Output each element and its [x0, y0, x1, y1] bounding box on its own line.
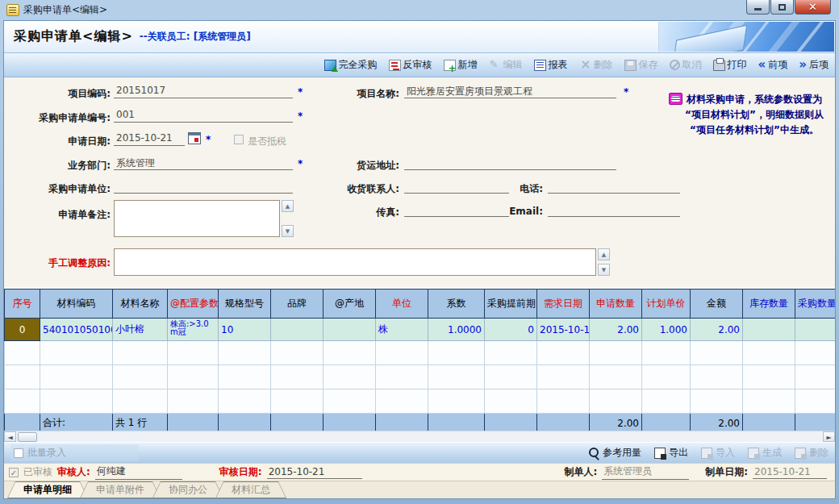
contact-field[interactable] — [404, 180, 509, 194]
remark-textarea[interactable] — [114, 200, 280, 237]
col-header-origin[interactable]: @产地 — [323, 289, 376, 319]
cell-stock-qty[interactable] — [743, 319, 795, 341]
row-index-cell[interactable]: 0 — [5, 319, 40, 341]
contact-label: 收货联系人: — [319, 182, 399, 196]
hint-line: 材料采购申请，系统参数设置为 — [687, 94, 822, 105]
export-button[interactable]: 导出 — [654, 446, 688, 460]
auditor-field[interactable]: 何纯建 — [95, 464, 182, 480]
required-mark: * — [298, 86, 303, 98]
unapprove-button[interactable]: 反审核 — [389, 58, 432, 72]
cell-purchase-qty[interactable] — [795, 319, 836, 341]
col-header-config-params[interactable]: @配置参数 — [168, 289, 219, 319]
window-title: 采购申请单<编辑> — [23, 3, 107, 17]
col-header-stock-qty[interactable]: 库存数量 — [743, 289, 795, 319]
phone-field[interactable] — [548, 180, 680, 194]
col-header-plan-price[interactable]: 计划单价 — [642, 289, 691, 319]
save-button[interactable]: 保存 — [624, 58, 658, 72]
next-item-button[interactable]: »后项 — [799, 58, 829, 72]
full-purchase-button[interactable]: 完全采购 — [324, 58, 378, 72]
cell-config-params[interactable]: 株高:>3.0m冠 — [168, 319, 219, 341]
tax-checkbox[interactable] — [234, 135, 244, 144]
approved-checkbox[interactable]: ✓ — [9, 468, 19, 477]
search-icon — [589, 448, 599, 458]
page-header: 采购申请单<编辑> --关联员工: [系统管理员] — [4, 21, 835, 53]
app-window: 采购申请单<编辑> ✕ 采购申请单<编辑> --关联员工: [系统管理员] 完全… — [0, 0, 839, 504]
cell-origin[interactable] — [323, 319, 376, 341]
scroll-down-icon[interactable]: ▼ — [282, 225, 294, 237]
cell-material-code[interactable]: 540101050100007 — [40, 319, 113, 341]
scroll-right-icon[interactable]: ► — [823, 431, 835, 442]
edit-button[interactable]: 编辑 — [489, 58, 523, 72]
approved-label: 已审核 — [23, 465, 52, 479]
col-header-demand-date[interactable]: 需求日期 — [537, 289, 590, 319]
cell-amount[interactable]: 2.00 — [691, 319, 743, 341]
scroll-down-icon[interactable]: ▼ — [598, 264, 610, 276]
col-header-material-code[interactable]: 材料编码 — [40, 289, 113, 319]
col-header-request-qty[interactable]: 申请数量 — [590, 289, 642, 319]
col-header-lead-time[interactable]: 采购提前期 — [485, 289, 537, 319]
col-header-material-name[interactable]: 材料名称 — [113, 289, 168, 319]
col-header-coefficient[interactable]: 系数 — [428, 289, 485, 319]
creator-field[interactable]: 系统管理员 — [602, 464, 689, 480]
print-button[interactable]: 打印 — [713, 58, 747, 72]
generate-button[interactable]: 生成 — [748, 446, 782, 460]
tab-request-attachments[interactable]: 申请单附件 — [80, 481, 161, 498]
batch-entry-control: 批量录入 — [10, 444, 139, 461]
batch-entry-checkbox[interactable] — [14, 448, 23, 458]
request-org-field[interactable] — [114, 180, 293, 194]
previous-item-button[interactable]: «前项 — [758, 58, 788, 72]
cancel-button[interactable]: 取消 — [670, 58, 702, 72]
shipping-address-field[interactable] — [404, 156, 616, 170]
project-name-field[interactable]: 阳光雅居安置房项目景观工程 — [404, 85, 616, 98]
cell-demand-date[interactable]: 2015-10-19 — [537, 319, 590, 341]
materials-grid: 序号 材料编码 材料名称 @配置参数 规格型号 品牌 @产地 单位 系数 采购提… — [4, 287, 835, 431]
col-header-unit[interactable]: 单位 — [376, 289, 428, 319]
request-no-field[interactable]: 001 — [114, 109, 293, 123]
col-header-spec-model[interactable]: 规格型号 — [219, 289, 271, 319]
col-header-brand[interactable]: 品牌 — [271, 289, 323, 319]
scroll-up-icon[interactable]: ▲ — [598, 248, 610, 260]
manual-reason-scrollbar[interactable]: ▲▼ — [598, 248, 610, 276]
maximize-button[interactable] — [770, 0, 794, 15]
project-code-field[interactable]: 20151017 — [114, 85, 293, 98]
close-button[interactable]: ✕ — [795, 0, 831, 15]
fax-field[interactable] — [404, 203, 509, 217]
col-header-purchase-qty[interactable]: 采购数量 — [795, 289, 836, 319]
minimize-button[interactable] — [746, 0, 770, 15]
delete-rows-button[interactable]: 删除 — [795, 446, 829, 460]
tab-collaboration[interactable]: 协同办公 — [152, 481, 223, 498]
scrollbar-thumb[interactable] — [18, 432, 37, 442]
cell-coefficient[interactable]: 1.0000 — [428, 319, 485, 341]
add-button[interactable]: 新增 — [444, 58, 478, 72]
tab-material-summary[interactable]: 材料汇总 — [215, 481, 286, 498]
calendar-icon[interactable] — [188, 132, 201, 144]
remark-scrollbar[interactable]: ▲▼ — [282, 200, 294, 237]
col-header-amount[interactable]: 金额 — [691, 289, 743, 319]
cell-spec-model[interactable]: 10 — [219, 319, 271, 341]
cell-plan-price[interactable]: 1.000 — [642, 319, 691, 341]
business-dept-field[interactable]: 系统管理 — [114, 156, 293, 170]
reference-usage-button[interactable]: 参考用量 — [589, 446, 641, 460]
cell-lead-time[interactable]: 0 — [485, 319, 537, 341]
cell-request-qty[interactable]: 2.00 — [590, 319, 642, 341]
manual-reason-textarea[interactable] — [114, 248, 596, 276]
cell-brand[interactable] — [271, 319, 323, 341]
grid-footer-row: 合计: 共 1 行 2.00 2.00 — [5, 414, 836, 431]
col-header-index[interactable]: 序号 — [5, 289, 40, 319]
close-icon: ✕ — [808, 1, 817, 13]
report-button[interactable]: 报表 — [534, 58, 568, 72]
delete-button[interactable]: 删除 — [579, 58, 613, 72]
email-field[interactable] — [548, 203, 680, 217]
cell-unit[interactable]: 株 — [376, 319, 428, 341]
audit-date-field[interactable]: 2015-10-21 — [267, 466, 362, 479]
create-date-field[interactable]: 2015-10-21 — [753, 466, 827, 479]
scroll-up-icon[interactable]: ▲ — [282, 200, 294, 212]
import-button[interactable]: 导入 — [701, 446, 735, 460]
scroll-left-icon[interactable]: ◄ — [4, 431, 16, 442]
titlebar: 采购申请单<编辑> ✕ — [3, 0, 836, 20]
tab-request-detail[interactable]: 申请单明细 — [7, 481, 88, 498]
previous-icon: « — [758, 60, 766, 71]
cell-material-name[interactable]: 小叶榕 — [113, 319, 168, 341]
request-date-field[interactable]: 2015-10-21 — [114, 132, 185, 146]
empty-grid-row — [5, 389, 836, 414]
